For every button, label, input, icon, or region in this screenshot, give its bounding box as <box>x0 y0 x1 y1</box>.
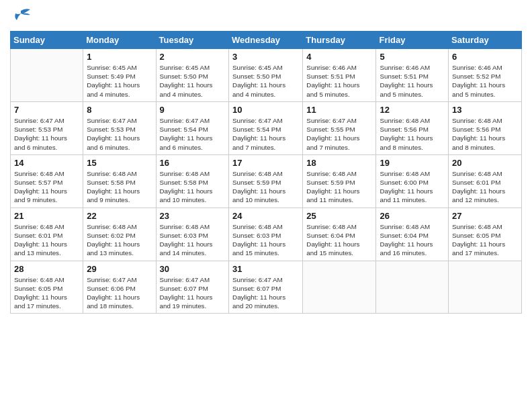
calendar-cell: 6Sunrise: 6:46 AM Sunset: 5:52 PM Daylig… <box>449 49 522 102</box>
day-info: Sunrise: 6:45 AM Sunset: 5:50 PM Dayligh… <box>160 63 226 99</box>
day-number: 9 <box>160 105 226 115</box>
day-number: 8 <box>87 105 152 115</box>
calendar-cell <box>11 49 83 102</box>
day-info: Sunrise: 6:45 AM Sunset: 5:49 PM Dayligh… <box>87 63 152 99</box>
day-info: Sunrise: 6:48 AM Sunset: 6:04 PM Dayligh… <box>306 222 372 258</box>
calendar-cell: 24Sunrise: 6:48 AM Sunset: 6:03 PM Dayli… <box>229 208 303 261</box>
day-info: Sunrise: 6:45 AM Sunset: 5:50 PM Dayligh… <box>232 63 299 99</box>
day-number: 17 <box>232 158 299 168</box>
column-header-monday: Monday <box>83 32 156 49</box>
calendar-cell: 31Sunrise: 6:47 AM Sunset: 6:07 PM Dayli… <box>229 261 303 314</box>
calendar-cell: 30Sunrise: 6:47 AM Sunset: 6:07 PM Dayli… <box>156 261 229 314</box>
calendar-cell: 8Sunrise: 6:47 AM Sunset: 5:53 PM Daylig… <box>83 101 156 154</box>
calendar-cell: 20Sunrise: 6:48 AM Sunset: 6:01 PM Dayli… <box>449 154 522 208</box>
calendar-cell: 4Sunrise: 6:46 AM Sunset: 5:51 PM Daylig… <box>303 49 376 102</box>
day-number: 13 <box>452 105 518 115</box>
calendar-cell: 27Sunrise: 6:48 AM Sunset: 6:05 PM Dayli… <box>449 208 522 261</box>
calendar-cell: 10Sunrise: 6:47 AM Sunset: 5:54 PM Dayli… <box>229 101 303 154</box>
calendar-table: SundayMondayTuesdayWednesdayThursdayFrid… <box>10 31 522 314</box>
calendar-cell: 26Sunrise: 6:48 AM Sunset: 6:04 PM Dayli… <box>376 208 449 261</box>
calendar-cell: 28Sunrise: 6:48 AM Sunset: 6:05 PM Dayli… <box>11 261 83 314</box>
calendar-cell <box>376 261 449 314</box>
day-info: Sunrise: 6:47 AM Sunset: 6:07 PM Dayligh… <box>160 275 226 311</box>
day-number: 7 <box>14 105 79 115</box>
calendar-week-row: 1Sunrise: 6:45 AM Sunset: 5:49 PM Daylig… <box>11 49 522 102</box>
day-number: 10 <box>232 105 299 115</box>
day-number: 4 <box>306 52 372 62</box>
day-info: Sunrise: 6:47 AM Sunset: 5:54 PM Dayligh… <box>160 116 226 152</box>
calendar-cell: 11Sunrise: 6:47 AM Sunset: 5:55 PM Dayli… <box>303 101 376 154</box>
day-info: Sunrise: 6:48 AM Sunset: 6:04 PM Dayligh… <box>380 222 445 258</box>
day-info: Sunrise: 6:48 AM Sunset: 5:57 PM Dayligh… <box>14 169 79 205</box>
header <box>10 7 522 26</box>
calendar-week-row: 21Sunrise: 6:48 AM Sunset: 6:01 PM Dayli… <box>11 208 522 261</box>
day-number: 15 <box>87 158 152 168</box>
column-header-tuesday: Tuesday <box>156 32 229 49</box>
day-info: Sunrise: 6:47 AM Sunset: 5:53 PM Dayligh… <box>87 116 152 152</box>
day-number: 28 <box>14 264 79 274</box>
day-info: Sunrise: 6:46 AM Sunset: 5:51 PM Dayligh… <box>306 63 372 99</box>
calendar-cell <box>449 261 522 314</box>
day-info: Sunrise: 6:48 AM Sunset: 6:02 PM Dayligh… <box>87 222 152 258</box>
day-number: 19 <box>380 158 445 168</box>
calendar-cell: 29Sunrise: 6:47 AM Sunset: 6:06 PM Dayli… <box>83 261 156 314</box>
logo-bird-icon <box>11 8 32 23</box>
calendar-cell: 21Sunrise: 6:48 AM Sunset: 6:01 PM Dayli… <box>11 208 83 261</box>
calendar-cell: 2Sunrise: 6:45 AM Sunset: 5:50 PM Daylig… <box>156 49 229 102</box>
column-header-friday: Friday <box>376 32 449 49</box>
calendar-cell: 7Sunrise: 6:47 AM Sunset: 5:53 PM Daylig… <box>11 101 83 154</box>
day-info: Sunrise: 6:48 AM Sunset: 5:58 PM Dayligh… <box>87 169 152 205</box>
day-number: 29 <box>87 264 152 274</box>
day-info: Sunrise: 6:48 AM Sunset: 6:01 PM Dayligh… <box>452 169 518 205</box>
calendar-cell: 22Sunrise: 6:48 AM Sunset: 6:02 PM Dayli… <box>83 208 156 261</box>
day-number: 30 <box>160 264 226 274</box>
calendar-cell: 15Sunrise: 6:48 AM Sunset: 5:58 PM Dayli… <box>83 154 156 208</box>
day-number: 23 <box>160 211 226 221</box>
day-number: 27 <box>452 211 518 221</box>
day-info: Sunrise: 6:48 AM Sunset: 6:00 PM Dayligh… <box>380 169 445 205</box>
day-info: Sunrise: 6:46 AM Sunset: 5:51 PM Dayligh… <box>380 63 445 99</box>
calendar-cell: 18Sunrise: 6:48 AM Sunset: 5:59 PM Dayli… <box>303 154 376 208</box>
day-number: 12 <box>380 105 445 115</box>
day-number: 14 <box>14 158 79 168</box>
day-info: Sunrise: 6:47 AM Sunset: 6:06 PM Dayligh… <box>87 275 152 311</box>
day-number: 21 <box>14 211 79 221</box>
day-info: Sunrise: 6:48 AM Sunset: 6:05 PM Dayligh… <box>14 275 79 311</box>
day-number: 22 <box>87 211 152 221</box>
calendar-week-row: 28Sunrise: 6:48 AM Sunset: 6:05 PM Dayli… <box>11 261 522 314</box>
day-info: Sunrise: 6:47 AM Sunset: 5:54 PM Dayligh… <box>232 116 299 152</box>
day-number: 11 <box>306 105 372 115</box>
day-info: Sunrise: 6:48 AM Sunset: 5:58 PM Dayligh… <box>160 169 226 205</box>
column-header-wednesday: Wednesday <box>229 32 303 49</box>
day-number: 31 <box>232 264 299 274</box>
day-number: 2 <box>160 52 226 62</box>
calendar-cell: 3Sunrise: 6:45 AM Sunset: 5:50 PM Daylig… <box>229 49 303 102</box>
day-info: Sunrise: 6:48 AM Sunset: 5:56 PM Dayligh… <box>452 116 518 152</box>
logo <box>10 7 32 26</box>
column-header-sunday: Sunday <box>11 32 83 49</box>
day-info: Sunrise: 6:48 AM Sunset: 6:01 PM Dayligh… <box>14 222 79 258</box>
calendar-header-row: SundayMondayTuesdayWednesdayThursdayFrid… <box>11 32 522 49</box>
day-number: 25 <box>306 211 372 221</box>
day-info: Sunrise: 6:48 AM Sunset: 6:03 PM Dayligh… <box>160 222 226 258</box>
column-header-thursday: Thursday <box>303 32 376 49</box>
calendar-cell <box>303 261 376 314</box>
day-number: 26 <box>380 211 445 221</box>
day-number: 24 <box>232 211 299 221</box>
calendar-cell: 19Sunrise: 6:48 AM Sunset: 6:00 PM Dayli… <box>376 154 449 208</box>
day-info: Sunrise: 6:47 AM Sunset: 5:55 PM Dayligh… <box>306 116 372 152</box>
day-number: 18 <box>306 158 372 168</box>
calendar-cell: 25Sunrise: 6:48 AM Sunset: 6:04 PM Dayli… <box>303 208 376 261</box>
calendar-cell: 14Sunrise: 6:48 AM Sunset: 5:57 PM Dayli… <box>11 154 83 208</box>
day-info: Sunrise: 6:48 AM Sunset: 6:05 PM Dayligh… <box>452 222 518 258</box>
calendar-week-row: 14Sunrise: 6:48 AM Sunset: 5:57 PM Dayli… <box>11 154 522 208</box>
calendar-cell: 13Sunrise: 6:48 AM Sunset: 5:56 PM Dayli… <box>449 101 522 154</box>
day-info: Sunrise: 6:48 AM Sunset: 5:59 PM Dayligh… <box>232 169 299 205</box>
day-info: Sunrise: 6:48 AM Sunset: 5:59 PM Dayligh… <box>306 169 372 205</box>
day-info: Sunrise: 6:47 AM Sunset: 6:07 PM Dayligh… <box>232 275 299 311</box>
day-number: 3 <box>232 52 299 62</box>
calendar-cell: 12Sunrise: 6:48 AM Sunset: 5:56 PM Dayli… <box>376 101 449 154</box>
calendar-cell: 5Sunrise: 6:46 AM Sunset: 5:51 PM Daylig… <box>376 49 449 102</box>
day-number: 6 <box>452 52 518 62</box>
day-info: Sunrise: 6:46 AM Sunset: 5:52 PM Dayligh… <box>452 63 518 99</box>
